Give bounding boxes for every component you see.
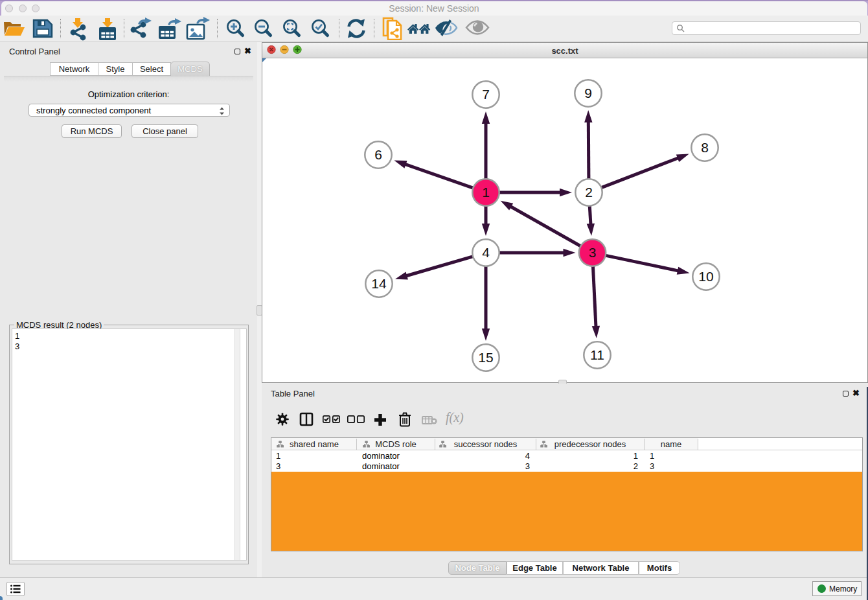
svg-text:8: 8 [701, 140, 709, 155]
svg-text:2: 2 [585, 185, 593, 200]
svg-text:10: 10 [698, 269, 713, 284]
svg-text:15: 15 [478, 350, 493, 365]
svg-text:9: 9 [584, 86, 592, 100]
svg-text:4: 4 [482, 245, 490, 260]
svg-text:7: 7 [482, 87, 490, 102]
svg-text:14: 14 [371, 276, 387, 291]
svg-text:6: 6 [374, 147, 382, 162]
svg-text:1: 1 [482, 185, 490, 200]
svg-text:11: 11 [590, 347, 604, 362]
svg-text:3: 3 [589, 245, 597, 260]
